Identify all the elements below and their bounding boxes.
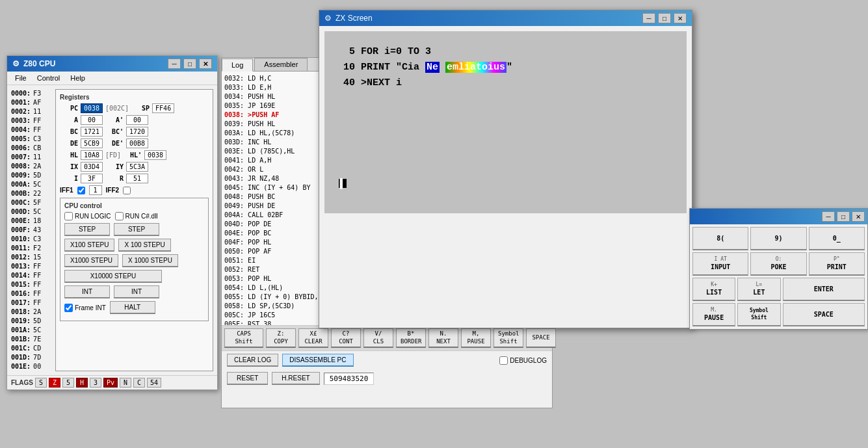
run-csharp-label: RUN C#.dll (115, 212, 158, 220)
int-btn2[interactable]: INT (114, 285, 159, 298)
bottom-bar: CLEAR LOG DISASSEMBLE PC DEBUGLOG (222, 350, 552, 369)
flag-z: Z (49, 378, 60, 388)
kb-row-3: K+ LIST L= LET ENTER (692, 278, 865, 301)
reg-bc-row: BC 1721 BC' 1720 (60, 127, 209, 137)
frame-int-check[interactable] (64, 304, 73, 312)
reg-ix[interactable]: 03D4 (81, 162, 103, 172)
reg-sp[interactable]: FF46 (152, 103, 174, 113)
x10000-stepu-btn[interactable]: X10000 STEPU (64, 270, 162, 283)
flag-54: 54 (147, 378, 161, 388)
keyboard-row: CAPSShift Z:COPY X£CLEAR C?CONT V/CLS B*… (222, 325, 552, 350)
zx-title: ZX Screen (335, 14, 373, 23)
z80-titlebar: ⚙ Z80 CPU ─ □ ✕ (7, 56, 217, 72)
kb-minimize-btn[interactable]: ─ (822, 211, 835, 222)
z80-cpu-window: ⚙ Z80 CPU ─ □ ✕ File Control Help 0000: … (7, 55, 218, 390)
step-btn1[interactable]: STEP (64, 223, 110, 236)
h-reset-btn[interactable]: H.RESET (272, 372, 319, 385)
memory-list: 0000: F3 0001: AF 0002: 11 0003: FF 0004… (11, 89, 51, 371)
kb-close-btn[interactable]: ✕ (852, 211, 865, 222)
kb-maximize-btn[interactable]: □ (837, 211, 850, 222)
zx-cursor: ▌ (339, 179, 347, 188)
kb-key-list[interactable]: K+ LIST (692, 278, 735, 301)
x1000-stepu-btn2[interactable]: X 1000 STEPU (122, 254, 178, 267)
iff1-checkbox[interactable] (77, 187, 85, 194)
reg-i-row: I 3F R 51 (60, 174, 209, 183)
key-z-copy[interactable]: Z:COPY (266, 328, 296, 348)
kb-key-poke[interactable]: O: POKE (750, 252, 806, 276)
key-m-pause[interactable]: M,PAUSE (461, 328, 491, 348)
menu-file[interactable]: File (10, 73, 32, 83)
disassemble-pc-btn[interactable]: DISASSEMBLE PC (282, 354, 353, 367)
menu-control[interactable]: Control (32, 73, 65, 83)
reset-btn[interactable]: RESET (227, 372, 268, 385)
kb-key-9[interactable]: 9) (750, 227, 806, 250)
zx-maximize-btn[interactable]: □ (658, 13, 671, 23)
clear-log-btn[interactable]: CLEAR LOG (227, 354, 278, 367)
iff2-checkbox[interactable] (123, 187, 131, 194)
reset-row: RESET H.RESET 509483520 (222, 369, 552, 388)
key-x-clear[interactable]: X£CLEAR (298, 328, 328, 348)
reg-pc-extra: [002C] (105, 105, 129, 112)
reg-iy[interactable]: 5C3A (126, 162, 148, 172)
kb-titlebar: ─ □ ✕ (690, 209, 867, 224)
reg-hl[interactable]: 10A8 (81, 150, 103, 160)
reg-bc[interactable]: 1721 (81, 127, 103, 137)
x100-stepu-btn1[interactable]: X100 STEPU (64, 239, 114, 252)
reg-i[interactable]: 3F (81, 174, 103, 183)
reg-pc-row: PC 0038 [002C] SP FF46 (60, 103, 209, 113)
kb-key-enter[interactable]: ENTER (783, 278, 865, 301)
reg-hl-prime[interactable]: 0038 (144, 150, 166, 160)
x1000-stepu-btn1[interactable]: X1000 STEPU (64, 254, 118, 267)
cpu-control: CPU control RUN LOGIC RUN C#.dll STEP (60, 198, 209, 321)
key-space[interactable]: SPACE (526, 328, 556, 348)
reg-de[interactable]: 5CB9 (81, 138, 103, 148)
reg-a-prime[interactable]: 00 (126, 115, 148, 125)
x100-stepu-btn2[interactable]: X 100 STEPU (118, 239, 170, 252)
reg-ix-row: IX 03D4 IY 5C3A (60, 162, 209, 172)
flag-pv: Pv (103, 378, 118, 388)
key-n-next[interactable]: N.NEXT (428, 328, 458, 348)
zx-win-controls: ─ □ ✕ (642, 13, 687, 23)
key-c-cont[interactable]: C?CONT (331, 328, 361, 348)
key-caps-shift[interactable]: CAPSShift (224, 328, 263, 348)
flag-5: 5 (62, 378, 74, 388)
reg-de-prime[interactable]: 00B8 (126, 138, 148, 148)
key-b-border[interactable]: B*BORDER (396, 328, 426, 348)
zx-close-btn[interactable]: ✕ (674, 13, 687, 23)
run-csharp-check[interactable] (115, 212, 124, 220)
kb-key-let[interactable]: L= LET (737, 278, 780, 301)
zx-minimize-btn[interactable]: ─ (642, 13, 655, 23)
debug-log-check[interactable] (499, 356, 508, 365)
int-btn1[interactable]: INT (64, 285, 110, 298)
kb-key-input[interactable]: I AT INPUT (692, 252, 748, 276)
key-symbol-shift[interactable]: SymbolShift (493, 328, 523, 348)
cpu-control-title: CPU control (64, 202, 204, 209)
z80-maximize-btn[interactable]: □ (183, 59, 196, 69)
menu-help[interactable]: Help (65, 73, 90, 83)
kb-key-sym-shift[interactable]: SymbolShift (737, 303, 780, 326)
reg-a[interactable]: 00 (81, 115, 103, 125)
reg-pc[interactable]: 0038 (81, 103, 103, 113)
frame-int-label: Frame INT (64, 304, 106, 312)
kb-key-space2[interactable]: SPACE (783, 303, 865, 326)
tab-assembler[interactable]: Assembler (254, 58, 308, 71)
reg-r[interactable]: 51 (126, 174, 148, 183)
run-row: RUN LOGIC RUN C#.dll (64, 212, 204, 220)
halt-btn[interactable]: HALT (110, 301, 155, 314)
tab-log[interactable]: Log (222, 59, 253, 72)
step-btn2[interactable]: STEP (114, 223, 159, 236)
kb-key-8[interactable]: 8( (692, 227, 748, 250)
reg-bc-prime[interactable]: 1720 (126, 127, 148, 137)
z80-win-controls: ─ □ ✕ (168, 59, 212, 69)
kb-key-0[interactable]: 0_ (809, 227, 865, 250)
kb-key-print[interactable]: P" PRINT (809, 252, 865, 276)
key-v-cls[interactable]: V/CLS (363, 328, 393, 348)
z80-close-btn[interactable]: ✕ (199, 59, 212, 69)
iff-row: IFF1 1 IFF2 (60, 185, 209, 195)
run-logic-check[interactable] (64, 212, 73, 220)
iff1-label: IFF1 (60, 187, 73, 194)
iff1-val[interactable]: 1 (89, 185, 102, 195)
zx-titlebar: ⚙ ZX Screen ─ □ ✕ (319, 10, 692, 26)
kb-key-pause[interactable]: M. PAUSE (692, 303, 735, 326)
z80-minimize-btn[interactable]: ─ (168, 59, 181, 69)
